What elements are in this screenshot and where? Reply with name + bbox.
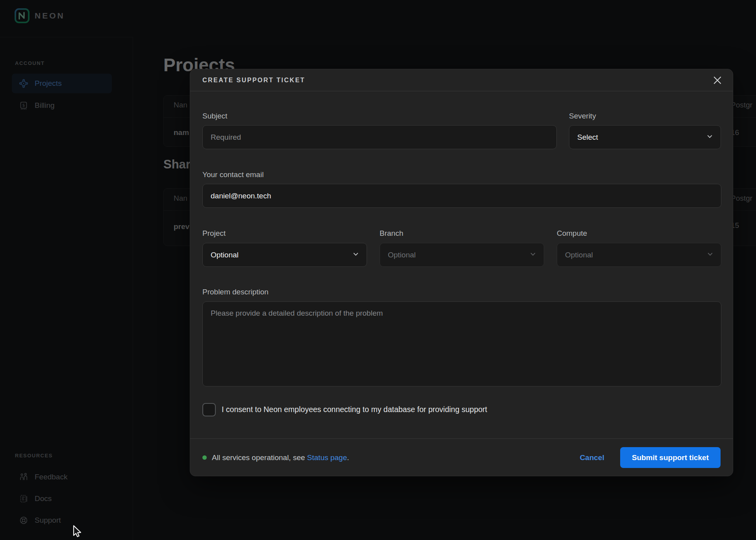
contact-email-input[interactable]	[202, 184, 721, 208]
status-page-link[interactable]: Status page	[307, 453, 347, 462]
subject-input[interactable]	[202, 125, 557, 149]
consent-label: I consent to Neon employees connecting t…	[222, 405, 487, 414]
close-icon[interactable]	[712, 74, 723, 86]
compute-label: Compute	[557, 229, 587, 238]
compute-value: Optional	[565, 251, 593, 259]
contact-email-label: Your contact email	[202, 170, 264, 179]
chevron-down-icon	[352, 250, 359, 259]
modal-title: CREATE SUPPORT TICKET	[202, 77, 305, 84]
modal-header: CREATE SUPPORT TICKET	[190, 69, 733, 91]
status-prefix: All services operational, see	[212, 453, 307, 462]
branch-value: Optional	[388, 251, 416, 259]
status-dot-icon	[202, 455, 207, 460]
compute-select[interactable]: Optional	[557, 243, 721, 267]
severity-select[interactable]: Select	[569, 125, 721, 149]
cancel-button[interactable]: Cancel	[580, 453, 604, 462]
status-text: All services operational, see Status pag…	[212, 453, 349, 462]
chevron-down-icon	[706, 133, 713, 142]
subject-label: Subject	[202, 112, 227, 120]
project-select[interactable]: Optional	[202, 243, 367, 267]
project-label: Project	[202, 229, 226, 238]
status-suffix: .	[347, 453, 349, 462]
chevron-down-icon	[529, 250, 537, 259]
submit-support-ticket-button[interactable]: Submit support ticket	[620, 447, 721, 468]
branch-select[interactable]: Optional	[380, 243, 544, 267]
problem-description-textarea[interactable]	[202, 301, 721, 387]
severity-value: Select	[577, 133, 598, 142]
create-support-ticket-modal: CREATE SUPPORT TICKET Subject Severity S…	[190, 69, 733, 476]
modal-footer: All services operational, see Status pag…	[190, 438, 733, 476]
severity-label: Severity	[569, 112, 596, 120]
chevron-down-icon	[706, 250, 714, 259]
project-value: Optional	[211, 251, 239, 259]
problem-description-label: Problem description	[202, 288, 269, 296]
branch-label: Branch	[380, 229, 403, 238]
consent-checkbox[interactable]	[202, 403, 216, 416]
